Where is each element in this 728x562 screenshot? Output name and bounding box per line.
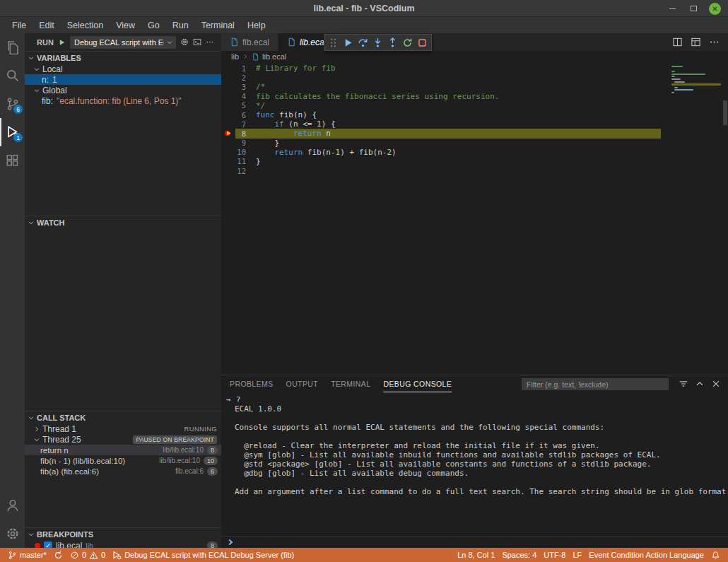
variable-value: 1 [52, 75, 57, 85]
menu-view[interactable]: View [110, 17, 141, 33]
tab-output[interactable]: OUTPUT [286, 375, 319, 392]
editor-layout-icon[interactable] [691, 37, 701, 47]
tab-debug-console[interactable]: DEBUG CONSOLE [383, 375, 452, 392]
menu-terminal[interactable]: Terminal [195, 17, 241, 33]
activity-source-control[interactable]: 6 [0, 90, 25, 118]
breakpoint-item[interactable]: ✓ lib.ecal lib 8 [25, 540, 221, 548]
tab-terminal[interactable]: TERMINAL [331, 375, 370, 392]
minimap-mark [671, 66, 683, 67]
configure-gear-icon[interactable] [180, 37, 189, 47]
status-right: Ln 8, Col 1 Spaces: 4 UTF-8 LF Event Con… [454, 548, 724, 562]
maximize-panel-icon[interactable] [695, 379, 705, 389]
step-over-button[interactable] [356, 35, 370, 50]
menu-file[interactable]: File [6, 17, 33, 33]
stack-frame[interactable]: fib(a) (fib.ecal:6) fib.ecal:6 6 [25, 466, 221, 476]
more-actions-icon[interactable] [709, 37, 720, 47]
call-stack-header[interactable]: CALL STACK [25, 411, 221, 423]
toolbar-drag-handle[interactable] [326, 35, 341, 50]
editor-scrollbar-thumb[interactable] [723, 100, 727, 125]
activity-run-debug[interactable]: 1 [0, 118, 25, 146]
filter-lines-icon[interactable] [679, 379, 688, 389]
variables-header[interactable]: VARIABLES [25, 52, 221, 64]
maximize-button[interactable] [688, 3, 700, 15]
minimap[interactable] [671, 66, 721, 95]
code-line[interactable]: 12 [221, 166, 728, 175]
code-line[interactable]: 9 } [221, 139, 728, 148]
code-text: */ [256, 101, 265, 110]
sync-status[interactable] [50, 548, 66, 562]
chevron-down-icon [28, 54, 35, 62]
search-icon [6, 69, 20, 83]
split-editor-icon[interactable] [672, 37, 683, 47]
menu-selection[interactable]: Selection [61, 17, 110, 33]
menu-go[interactable]: Go [141, 17, 166, 33]
thread-row[interactable]: Thread 1 RUNNING [25, 423, 221, 434]
code-editor[interactable]: 1# Library for fib 2 3/* 4fib calculates… [221, 62, 728, 375]
cursor-position[interactable]: Ln 8, Col 1 [454, 548, 498, 562]
code-line[interactable]: 11} [221, 157, 728, 166]
sync-icon [54, 551, 63, 560]
code-line-current[interactable]: 8 return n [221, 129, 728, 138]
activity-settings[interactable] [0, 520, 25, 548]
code-line[interactable]: 10 return fib(n-1) + fib(n-2) [221, 148, 728, 157]
stack-frame[interactable]: fib(n - 1) (lib/lib.ecal:10) lib/lib.eca… [25, 455, 221, 466]
close-button[interactable]: ✕ [709, 3, 721, 15]
code-line[interactable]: 1# Library for fib [221, 64, 728, 73]
watch-header[interactable]: WATCH [25, 216, 221, 228]
problems-status[interactable]: 0 0 [66, 548, 109, 562]
debug-config-dropdown[interactable]: Debug ECAL script with ECAL D [70, 36, 176, 49]
debug-session-status[interactable]: Debug ECAL script with ECAL Debug Server… [109, 548, 298, 562]
debug-console-icon[interactable] [193, 37, 201, 47]
notifications-button[interactable] [708, 548, 724, 562]
activity-explorer[interactable] [0, 33, 25, 62]
menu-help[interactable]: Help [241, 17, 272, 33]
code-line[interactable]: 3/* [221, 82, 728, 91]
menu-run[interactable]: Run [166, 17, 195, 33]
code-line[interactable]: 6func fib(n) { [221, 110, 728, 119]
close-icon: ✕ [712, 5, 717, 13]
breakpoints-header[interactable]: BREAKPOINTS [25, 528, 221, 540]
step-out-button[interactable] [385, 35, 400, 50]
activity-extensions[interactable] [0, 146, 25, 175]
encoding-status[interactable]: UTF-8 [540, 548, 569, 562]
menu-edit[interactable]: Edit [33, 17, 61, 33]
variable-n[interactable]: n: 1 [25, 74, 221, 85]
code-line[interactable]: 2 [221, 73, 728, 82]
code-line[interactable]: 5*/ [221, 101, 728, 110]
minimize-button[interactable] [667, 3, 679, 15]
breadcrumb-folder[interactable]: lib [231, 52, 239, 61]
maximize-icon [691, 6, 697, 11]
indentation-status[interactable]: Spaces: 4 [498, 548, 540, 562]
debug-session-label: Debug ECAL script with ECAL Debug Server… [124, 551, 294, 559]
panel-actions [679, 379, 721, 389]
code-area: 1# Library for fib 2 3/* 4fib calculates… [221, 64, 728, 175]
eol-status[interactable]: LF [569, 548, 585, 562]
tab-problems[interactable]: PROBLEMS [230, 375, 274, 392]
tab-fib-ecal[interactable]: fib.ecal [221, 33, 278, 51]
variable-fib[interactable]: fib: "ecal.function: fib (Line 6, Pos 1)… [25, 95, 221, 106]
scope-global[interactable]: Global [25, 85, 221, 95]
language-mode[interactable]: Event Condition Action Language [585, 548, 708, 562]
start-debugging-icon[interactable] [58, 37, 66, 47]
branch-status[interactable]: master* [4, 548, 50, 562]
breakpoint-gutter[interactable] [221, 129, 235, 138]
scope-local[interactable]: Local [25, 64, 221, 74]
step-into-button[interactable] [370, 35, 385, 50]
more-actions-icon[interactable] [206, 37, 214, 47]
console-filter-input[interactable] [522, 378, 669, 390]
line-number: 6 [235, 111, 246, 119]
stop-button[interactable] [415, 35, 430, 50]
close-panel-icon[interactable] [711, 379, 721, 389]
breadcrumb-file[interactable]: lib.ecal [262, 52, 286, 61]
debug-console-input[interactable] [221, 536, 728, 548]
activity-account[interactable] [0, 491, 25, 520]
continue-button[interactable] [341, 35, 356, 50]
stack-frame[interactable]: return n lib/lib.ecal:10 8 [25, 445, 221, 455]
branch-icon [8, 551, 17, 560]
breakpoint-checkbox[interactable]: ✓ [44, 541, 52, 549]
code-line[interactable]: 7 if (n <= 1) { [221, 119, 728, 129]
restart-button[interactable] [400, 35, 415, 50]
activity-search[interactable] [0, 62, 25, 90]
thread-row[interactable]: Thread 25 PAUSED ON BREAKPOINT [25, 434, 221, 445]
code-line[interactable]: 4fib calculates the fibonacci series usi… [221, 92, 728, 101]
